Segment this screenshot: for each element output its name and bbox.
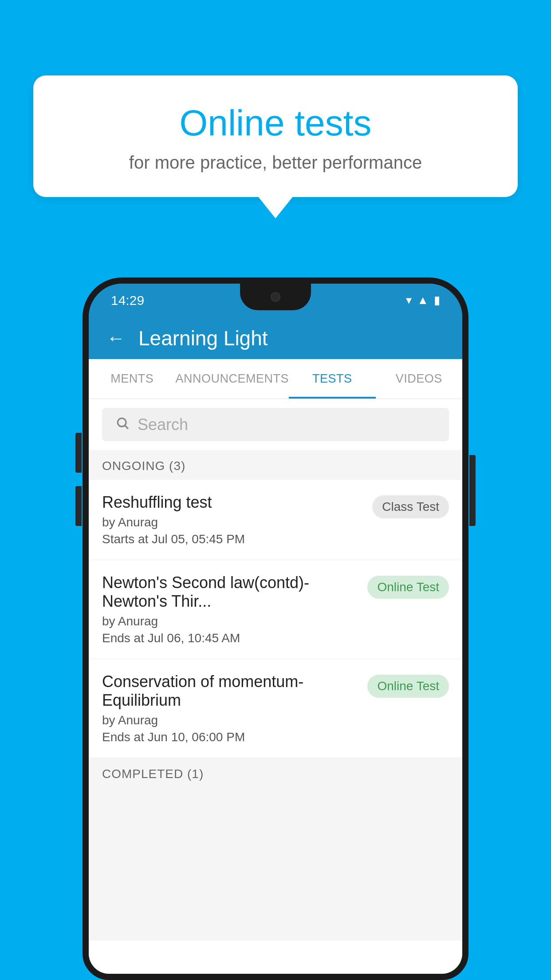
completed-section-header: COMPLETED (1) <box>89 758 462 788</box>
speech-bubble: Online tests for more practice, better p… <box>33 75 518 197</box>
search-icon <box>115 415 130 434</box>
test-by-1: by Anurag <box>102 515 363 530</box>
test-item-1[interactable]: Reshuffling test by Anurag Starts at Jul… <box>89 480 462 560</box>
phone-side-button-right <box>469 455 476 526</box>
content-area: Search ONGOING (3) Reshuffling test by A… <box>89 399 462 940</box>
test-name-3: Conservation of momentum-Equilibrium <box>102 672 358 710</box>
test-item-3[interactable]: Conservation of momentum-Equilibrium by … <box>89 659 462 758</box>
camera <box>271 292 280 302</box>
app-title: Learning Light <box>138 326 268 350</box>
tab-announcements[interactable]: ANNOUNCEMENTS <box>176 359 289 399</box>
phone-frame: 14:29 ▾ ▲ ▮ ← Learning Light MENTS <box>83 277 468 980</box>
svg-line-1 <box>125 426 128 428</box>
test-info-2: Newton's Second law(contd)-Newton's Thir… <box>102 573 358 645</box>
bubble-subtitle: for more practice, better performance <box>64 153 487 173</box>
test-by-3: by Anurag <box>102 713 358 727</box>
tabs-bar: MENTS ANNOUNCEMENTS TESTS VIDEOS <box>89 359 462 399</box>
test-time-2: Ends at Jul 06, 10:45 AM <box>102 631 358 645</box>
signal-icon: ▲ <box>417 293 429 307</box>
test-badge-3: Online Test <box>367 675 449 698</box>
phone-side-button-1 <box>75 433 82 473</box>
test-name-1: Reshuffling test <box>102 493 363 512</box>
test-name-2: Newton's Second law(contd)-Newton's Thir… <box>102 573 358 611</box>
app-header: ← Learning Light <box>89 317 462 359</box>
test-info-1: Reshuffling test by Anurag Starts at Jul… <box>102 493 363 546</box>
test-list: Reshuffling test by Anurag Starts at Jul… <box>89 480 462 758</box>
test-badge-1: Class Test <box>372 495 449 518</box>
search-input-field[interactable]: Search <box>102 408 449 441</box>
ongoing-section-header: ONGOING (3) <box>89 450 462 480</box>
notch <box>240 284 311 310</box>
bubble-title: Online tests <box>64 102 487 144</box>
phone-side-button-2 <box>75 486 82 526</box>
wifi-icon: ▾ <box>406 293 412 307</box>
status-icons: ▾ ▲ ▮ <box>406 293 440 307</box>
status-time: 14:29 <box>111 293 144 308</box>
status-bar: 14:29 ▾ ▲ ▮ <box>89 284 462 317</box>
test-badge-2: Online Test <box>367 576 449 599</box>
phone-mockup: 14:29 ▾ ▲ ▮ ← Learning Light MENTS <box>83 277 468 980</box>
test-by-2: by Anurag <box>102 614 358 628</box>
tab-videos[interactable]: VIDEOS <box>376 359 462 399</box>
search-placeholder: Search <box>138 415 188 434</box>
test-item-2[interactable]: Newton's Second law(contd)-Newton's Thir… <box>89 560 462 659</box>
test-time-3: Ends at Jun 10, 06:00 PM <box>102 730 358 744</box>
search-bar-container: Search <box>89 399 462 450</box>
test-time-1: Starts at Jul 05, 05:45 PM <box>102 532 363 546</box>
battery-icon: ▮ <box>434 293 440 307</box>
tab-tests[interactable]: TESTS <box>289 359 376 399</box>
back-button[interactable]: ← <box>106 329 125 348</box>
phone-screen: ← Learning Light MENTS ANNOUNCEMENTS TES… <box>89 317 462 974</box>
tab-ments[interactable]: MENTS <box>89 359 176 399</box>
test-info-3: Conservation of momentum-Equilibrium by … <box>102 672 358 744</box>
